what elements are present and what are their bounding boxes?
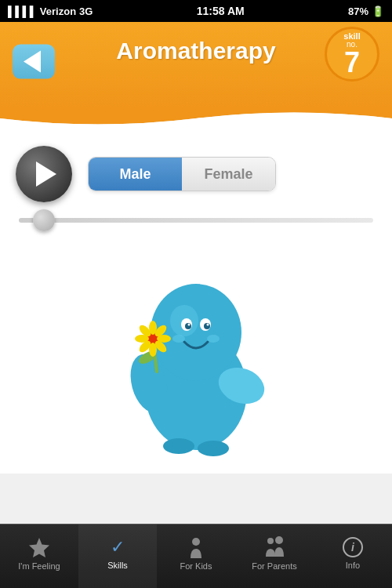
svg-point-11 — [188, 324, 191, 326]
character-display — [16, 238, 376, 466]
info-icon: i — [343, 537, 363, 557]
tab-for-kids[interactable]: For Kids — [157, 524, 235, 588]
main-content: Male Female — [0, 130, 392, 474]
svg-point-29 — [275, 536, 283, 544]
character-illustration — [110, 246, 282, 458]
svg-point-13 — [172, 335, 185, 343]
tab-for-parents[interactable]: For Parents — [235, 524, 314, 588]
tab-info-label: Info — [346, 561, 360, 570]
battery-icon: 🔋 — [372, 5, 384, 17]
status-left: ▌▌▌▌ Verizon 3G — [8, 5, 93, 17]
svg-point-14 — [207, 335, 220, 343]
svg-point-28 — [267, 538, 274, 544]
play-button[interactable] — [16, 146, 72, 202]
svg-point-27 — [192, 538, 200, 546]
gender-male-option[interactable]: Male — [89, 158, 182, 191]
tab-im-feeling[interactable]: I'm Feeling — [0, 524, 78, 588]
svg-point-5 — [198, 441, 229, 456]
svg-point-4 — [163, 438, 194, 454]
male-label: Male — [119, 166, 151, 183]
tab-feeling-label: I'm Feeling — [18, 561, 60, 571]
status-right: 87% 🔋 — [348, 5, 384, 17]
status-time: 11:58 AM — [197, 5, 245, 17]
status-bar: ▌▌▌▌ Verizon 3G 11:58 AM 87% 🔋 — [0, 0, 392, 22]
kid-icon — [185, 536, 207, 558]
slider-thumb[interactable] — [33, 209, 55, 231]
skill-number: 7 — [344, 49, 360, 77]
gender-toggle[interactable]: Male Female — [88, 157, 276, 191]
star-icon — [28, 536, 50, 558]
carrier-signal-icon: ▌▌▌▌ — [8, 5, 37, 17]
checkmark-icon: ✓ — [111, 537, 125, 557]
tab-bar: I'm Feeling ✓ Skills For Kids For Parent… — [0, 524, 392, 588]
network-type: 3G — [79, 5, 93, 17]
gender-female-option[interactable]: Female — [182, 158, 275, 191]
controls-row: Male Female — [16, 146, 376, 202]
tab-skills[interactable]: ✓ Skills — [78, 524, 157, 588]
parent-icon — [263, 536, 286, 558]
svg-marker-26 — [29, 538, 49, 557]
tab-kids-label: For Kids — [180, 561, 212, 571]
back-button[interactable] — [13, 45, 55, 79]
header-wave — [0, 107, 392, 130]
slider-track[interactable] — [19, 218, 373, 223]
page-title: Aromatherapy — [116, 38, 275, 64]
app-header: Aromatherapy skill no. 7 — [0, 22, 392, 108]
tab-skills-label: Skills — [107, 561, 128, 570]
tab-parents-label: For Parents — [252, 561, 296, 571]
svg-point-12 — [207, 324, 209, 326]
play-icon — [36, 162, 56, 187]
carrier-name: Verizon — [40, 5, 76, 17]
female-label: Female — [204, 166, 252, 183]
skill-badge: skill no. 7 — [325, 27, 379, 82]
audio-slider-container — [16, 218, 376, 223]
tab-info[interactable]: i Info — [314, 524, 392, 588]
back-arrow-icon — [24, 51, 41, 73]
battery-percentage: 87% — [348, 5, 368, 17]
